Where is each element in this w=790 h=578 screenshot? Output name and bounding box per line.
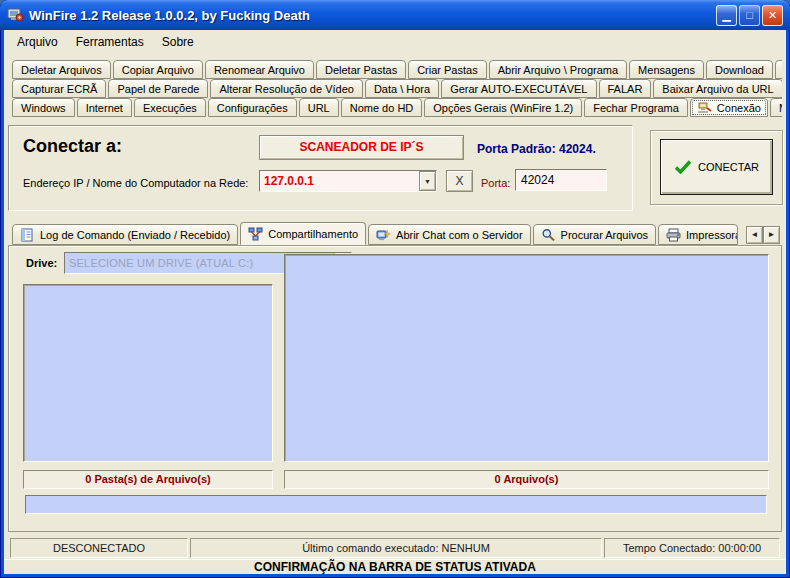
chevron-down-icon: ▼: [424, 178, 431, 185]
tab-scroller: ◄ ►: [746, 226, 780, 244]
tab-row-2: Capturar ECRÃ Papel de Parede Alterar Re…: [12, 79, 782, 98]
tab-internet[interactable]: Internet: [77, 98, 132, 117]
tab-deletar-pastas[interactable]: Deletar Pastas: [316, 60, 406, 79]
close-icon: ✕: [768, 9, 777, 21]
tab-conexao[interactable]: Conexão: [690, 98, 768, 117]
tab-criar-pastas[interactable]: Criar Pastas: [408, 60, 487, 79]
app-window: WinFire 1.2 Release 1.0.0.2, by Fucking …: [0, 0, 790, 578]
sub-tab-strip: Log de Comando (Enviado / Recebido) Comp…: [12, 222, 740, 245]
file-count-label: 0 Arquivo(s): [284, 470, 769, 489]
tab-fechar-programa[interactable]: Fechar Programa: [584, 98, 688, 117]
last-command-status: Último comando executado: NENHUM: [190, 538, 602, 558]
confirmation-message: CONFIRMAÇÃO NA BARRA DE STATUS ATIVADA: [4, 559, 786, 574]
tab-row-1: Deletar Arquivos Copiar Arquivo Renomear…: [12, 60, 782, 79]
app-icon: [7, 7, 24, 23]
scroll-right-button[interactable]: ►: [763, 226, 780, 244]
menu-ferramentas[interactable]: Ferramentas: [67, 32, 153, 52]
tab-url[interactable]: URL: [299, 98, 339, 117]
subtab-label: Impressoras Instala: [686, 229, 738, 241]
transfer-progress-bar: [25, 495, 767, 514]
connect-to-heading: Conectar a:: [23, 136, 122, 157]
menubar: Arquivo Ferramentas Sobre: [4, 30, 786, 53]
scroll-left-button[interactable]: ◄: [746, 226, 763, 244]
scroll-left-icon: ◄: [751, 230, 759, 239]
subtab-impressoras[interactable]: Impressoras Instala: [658, 224, 738, 245]
minimize-button[interactable]: ▁: [716, 5, 737, 26]
scroll-right-icon: ►: [768, 230, 776, 239]
tab-execucoes[interactable]: Execuções: [134, 98, 206, 117]
tab-alterar-resolucao[interactable]: Alterar Resolução de Vídeo: [210, 79, 363, 98]
subtab-label: Compartilhamento: [268, 228, 358, 240]
printer-icon: [666, 228, 681, 242]
clear-ip-button[interactable]: X: [446, 170, 473, 192]
subtab-compartilhamento[interactable]: Compartilhamento: [240, 222, 366, 245]
tab-papel-de-parede[interactable]: Papel de Parede: [108, 79, 208, 98]
default-port-label: Porta Padrão: 42024.: [477, 142, 596, 156]
subtab-abrir-chat[interactable]: Abrir Chat com o Servidor: [368, 224, 531, 245]
subtab-procurar-arquivos[interactable]: Procurar Arquivos: [533, 224, 656, 245]
window-body: Arquivo Ferramentas Sobre Deletar Arquiv…: [4, 30, 786, 574]
connect-button[interactable]: CONECTAR: [660, 139, 773, 195]
connect-button-label: CONECTAR: [698, 161, 759, 173]
tab-gerar-autoexecutavel[interactable]: Gerar AUTO-EXECUTÁVEL: [441, 79, 596, 98]
window-title: WinFire 1.2 Release 1.0.0.2, by Fucking …: [29, 8, 310, 23]
subtab-log-de-comando[interactable]: Log de Comando (Enviado / Recebido): [12, 224, 238, 245]
connect-group-box: CONECTAR: [650, 130, 783, 205]
connection-status: DESCONECTADO: [10, 538, 188, 558]
tab-download[interactable]: Download: [706, 60, 773, 79]
tab-windows[interactable]: Windows: [12, 98, 75, 117]
tab-row-3: Windows Internet Execuções Configurações…: [12, 98, 782, 117]
menu-sobre[interactable]: Sobre: [153, 32, 203, 52]
ip-address-input[interactable]: [260, 171, 419, 191]
command-tab-rows: Deletar Arquivos Copiar Arquivo Renomear…: [12, 60, 782, 117]
subtab-label: Abrir Chat com o Servidor: [396, 229, 523, 241]
status-bar: DESCONECTADO Último comando executado: N…: [4, 538, 786, 558]
subtab-label: Log de Comando (Enviado / Recebido): [40, 229, 230, 241]
maximize-button[interactable]: □: [739, 5, 760, 26]
tab-deletar-arquivos[interactable]: Deletar Arquivos: [12, 60, 111, 79]
tab-capturar-ecra[interactable]: Capturar ECRÃ: [12, 79, 106, 98]
folders-listbox[interactable]: [23, 284, 273, 462]
ip-address-label: Endereço IP / Nome do Computador na Rede…: [23, 177, 248, 189]
drive-label: Drive:: [26, 257, 57, 269]
tab-renomear-arquivo[interactable]: Renomear Arquivo: [205, 60, 314, 79]
menu-arquivo[interactable]: Arquivo: [8, 32, 67, 52]
ip-address-combobox: ▼: [259, 170, 437, 192]
chat-icon: [376, 228, 391, 242]
tab-label: Conexão: [717, 100, 761, 116]
tab-copiar-arquivo[interactable]: Copiar Arquivo: [113, 60, 203, 79]
subtab-label: Procurar Arquivos: [561, 229, 648, 241]
tab-baixar-arquivo-url[interactable]: Baixar Arquivo da URL: [653, 79, 782, 98]
tab-abrir-arquivo-programa[interactable]: Abrir Arquivo \ Programa: [489, 60, 627, 79]
tab-upload[interactable]: Upload: [775, 60, 782, 79]
port-input[interactable]: [515, 169, 607, 191]
tab-mover-arquivo[interactable]: Mover Arquivo: [770, 98, 782, 117]
connection-panel: Conectar a: SCANEADOR DE IP´S Porta Padr…: [8, 125, 633, 211]
close-button[interactable]: ✕: [762, 5, 783, 26]
connection-icon: [697, 102, 713, 114]
sharing-tab-page: Drive: ▼ 0 Pasta(s) de Arquivo(s) 0 Arqu…: [8, 245, 782, 532]
folder-count-label: 0 Pasta(s) de Arquivo(s): [23, 470, 273, 489]
check-icon: [674, 160, 692, 174]
tab-nome-do-hd[interactable]: Nome do HD: [341, 98, 423, 117]
tab-data-hora[interactable]: Data \ Hora: [365, 79, 439, 98]
connected-time-status: Tempo Conectado: 00:00:00: [604, 538, 780, 558]
port-label: Porta:: [481, 177, 510, 189]
tab-configuracoes[interactable]: Configurações: [208, 98, 297, 117]
tab-opcoes-gerais[interactable]: Opções Gerais (WinFire 1.2): [424, 98, 582, 117]
ip-dropdown-button[interactable]: ▼: [419, 171, 436, 191]
log-document-icon: [20, 228, 35, 242]
minimize-icon: ▁: [722, 9, 730, 21]
ip-scanner-button[interactable]: SCANEADOR DE IP´S: [259, 135, 464, 160]
share-network-icon: [248, 227, 263, 241]
tab-falar[interactable]: FALAR: [599, 79, 652, 98]
maximize-icon: □: [746, 9, 753, 21]
files-listbox[interactable]: [284, 254, 769, 462]
tab-mensagens[interactable]: Mensagens: [629, 60, 704, 79]
search-icon: [541, 228, 556, 242]
titlebar: WinFire 1.2 Release 1.0.0.2, by Fucking …: [0, 0, 790, 30]
